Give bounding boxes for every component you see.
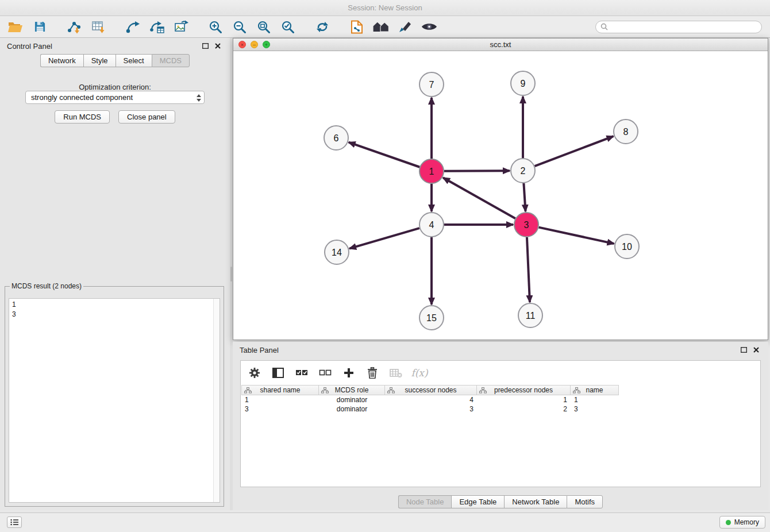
float-table-panel-button[interactable] (738, 345, 749, 355)
zoom-selected-button[interactable] (278, 18, 298, 36)
network-graph[interactable]: 7968124314101511 (233, 51, 768, 340)
mcds-result-text: 1 3 (9, 299, 220, 321)
search-input[interactable] (611, 22, 757, 31)
table-row[interactable]: 1dominator411 (241, 395, 760, 404)
column-header-name[interactable]: name (571, 385, 619, 395)
show-hide-button[interactable] (419, 18, 439, 36)
save-session-button[interactable] (30, 18, 49, 36)
node-label-14: 14 (332, 248, 342, 257)
edge-2-3[interactable] (523, 183, 525, 211)
import-table-button[interactable] (88, 18, 108, 36)
table-cell[interactable]: 4 (385, 396, 477, 404)
first-neighbors-button[interactable] (347, 18, 367, 36)
memory-button[interactable]: Memory (719, 516, 765, 529)
tab-motifs[interactable]: Motifs (567, 495, 603, 508)
table-options-button[interactable] (248, 366, 261, 380)
table-cell[interactable]: 2 (477, 405, 571, 413)
minimize-window-icon[interactable]: – (251, 41, 258, 48)
tab-network[interactable]: Network (40, 54, 83, 67)
search-box[interactable] (595, 21, 762, 33)
run-mcds-button[interactable]: Run MCDS (55, 110, 110, 124)
new-network-icon (126, 21, 140, 33)
delete-table-icon (390, 368, 402, 378)
network-window-titlebar[interactable]: × – + scc.txt (233, 38, 768, 51)
mcds-buttons: Run MCDS Close panel (0, 110, 230, 124)
deselect-all-button[interactable] (318, 366, 332, 380)
result-scrollbar[interactable] (213, 299, 220, 502)
close-panel-button-header[interactable] (213, 41, 223, 51)
open-session-button[interactable] (6, 18, 25, 36)
export-image-button[interactable] (171, 18, 191, 36)
edge-3-10[interactable] (538, 228, 614, 244)
splitter-grip[interactable] (230, 267, 232, 282)
network-window-title: scc.txt (490, 40, 511, 49)
node-label-1: 1 (429, 167, 434, 176)
attribute-tree-icon (387, 387, 395, 394)
style-button[interactable] (395, 18, 415, 36)
network-canvas[interactable]: 7968124314101511 (233, 51, 768, 340)
delete-table-button[interactable] (389, 366, 403, 380)
tab-style[interactable]: Style (83, 54, 116, 67)
edge-1-2[interactable] (444, 171, 510, 171)
tab-node-table[interactable]: Node Table (398, 495, 452, 508)
new-network-button[interactable] (123, 18, 143, 36)
zoom-fit-button[interactable] (254, 18, 274, 36)
node-label-4: 4 (429, 220, 434, 230)
refresh-icon (316, 21, 329, 33)
show-columns-button[interactable] (271, 366, 285, 380)
select-all-button[interactable] (295, 366, 309, 380)
column-header-mcds-role[interactable]: MCDS role (319, 385, 385, 395)
delete-row-button[interactable] (365, 366, 379, 380)
table-cell[interactable]: 1 (571, 396, 619, 404)
node-label-7: 7 (429, 80, 434, 90)
new-network-table-button[interactable] (147, 18, 167, 36)
table-cell[interactable]: dominator (319, 396, 385, 404)
import-table-icon (91, 20, 105, 34)
add-row-button[interactable] (342, 366, 356, 380)
refresh-button[interactable] (313, 18, 332, 36)
close-window-icon[interactable]: × (238, 41, 246, 48)
table-row[interactable]: 3dominator323 (241, 404, 760, 414)
tab-mcds[interactable]: MCDS (152, 54, 190, 67)
function-builder-button[interactable]: f(x) (413, 366, 426, 380)
checked-boxes-icon (295, 369, 308, 377)
column-header-successor-nodes[interactable]: successor nodes (385, 385, 477, 395)
table-cell[interactable]: 3 (385, 405, 477, 413)
mcds-result-list[interactable]: 1 3 (9, 298, 220, 503)
edge-3-11[interactable] (527, 237, 530, 302)
float-panel-button[interactable] (200, 41, 210, 51)
edge-4-14[interactable] (349, 228, 419, 248)
zoom-out-button[interactable] (230, 18, 249, 36)
search-icon (600, 23, 608, 30)
table-body: 1dominator4113dominator323 (241, 395, 760, 414)
close-panel-button[interactable]: Close panel (118, 110, 175, 124)
zoom-in-button[interactable] (206, 18, 225, 36)
table-cell[interactable]: 1 (477, 396, 571, 404)
edge-3-1[interactable] (443, 178, 515, 218)
memory-status-icon (726, 520, 731, 525)
criterion-select[interactable]: strongly connected component (25, 91, 205, 104)
style-brush-icon (398, 21, 412, 33)
status-bar: Memory (0, 512, 770, 532)
control-panel: Control Panel NetworkStyleSelectMCDS Opt… (0, 38, 230, 510)
edge-2-8[interactable] (535, 136, 614, 166)
network-overview-button[interactable] (371, 18, 391, 36)
edge-1-6[interactable] (349, 142, 420, 167)
panel-list-button[interactable] (7, 516, 22, 528)
column-header-shared-name[interactable]: shared name (241, 385, 319, 395)
close-table-panel-button[interactable] (751, 345, 761, 355)
table-cell[interactable]: 3 (571, 405, 619, 413)
table-cell[interactable]: dominator (319, 405, 385, 413)
table-cell[interactable]: 1 (241, 396, 319, 404)
import-network-button[interactable] (64, 18, 84, 36)
tab-edge-table[interactable]: Edge Table (451, 495, 504, 508)
zoom-window-icon[interactable]: + (263, 41, 270, 48)
unchecked-boxes-icon (319, 369, 332, 377)
node-label-11: 11 (526, 311, 536, 321)
mcds-result-group: MCDS result (2 nodes) 1 3 (5, 282, 224, 507)
tab-network-table[interactable]: Network Table (504, 495, 567, 508)
table-cell[interactable]: 3 (241, 405, 319, 413)
column-header-predecessor-nodes[interactable]: predecessor nodes (477, 385, 571, 395)
tab-select[interactable]: Select (116, 54, 152, 67)
open-folder-icon (8, 21, 23, 33)
